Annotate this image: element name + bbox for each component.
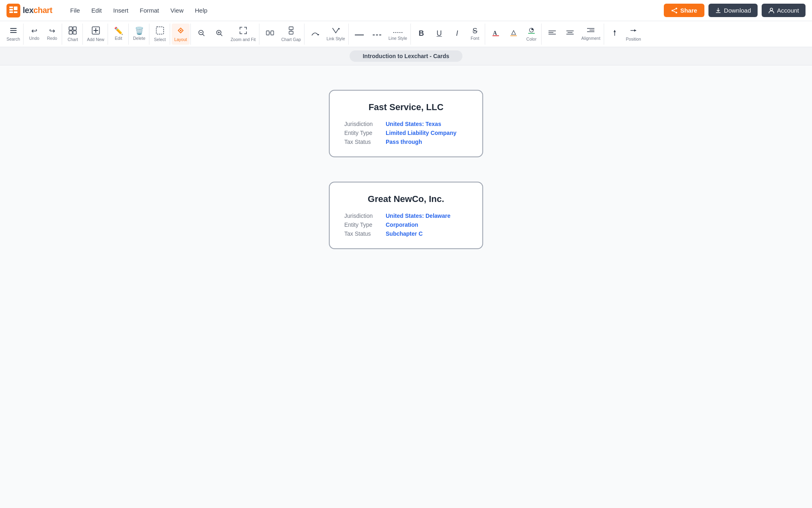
italic-button[interactable]: I <box>448 24 466 45</box>
toolbar-group-alignment: Alignment <box>542 24 604 45</box>
link-style-1-icon <box>311 30 319 37</box>
card-row-taxstatus-1: Tax Status Subchapter C <box>344 230 468 237</box>
toolbar: Search ↩ Undo ↪ Redo Chart Add New <box>0 21 812 47</box>
card-row-taxstatus-0: Tax Status Pass through <box>344 139 468 145</box>
edit-icon: ✏️ <box>114 27 123 35</box>
svg-rect-16 <box>69 31 72 34</box>
search-button[interactable]: Search <box>4 24 22 45</box>
chart-gap-button[interactable]: Chart Gap <box>279 24 303 45</box>
nav-view[interactable]: View <box>166 4 188 16</box>
svg-point-22 <box>180 30 181 31</box>
chart-button[interactable]: Chart <box>64 24 82 45</box>
svg-rect-3 <box>14 7 17 10</box>
card-title-0: Fast Service, LLC <box>344 102 468 113</box>
expand-w-button[interactable] <box>261 24 279 45</box>
nav-help[interactable]: Help <box>190 4 212 16</box>
add-new-label: Add New <box>87 37 104 42</box>
add-new-button[interactable]: Add New <box>84 24 107 45</box>
field-value-entitytype-1: Corporation <box>386 221 418 228</box>
svg-marker-56 <box>613 30 616 32</box>
zoom-fit-button[interactable]: Zoom and Fit <box>228 24 258 45</box>
toolbar-group-search: Search <box>3 24 24 45</box>
logo[interactable]: lexchart <box>6 4 52 17</box>
fill-button[interactable]: Color <box>523 24 540 45</box>
underline-icon: U <box>436 30 442 37</box>
field-label-entitytype-0: Entity Type <box>344 130 381 136</box>
underline-button[interactable]: U <box>430 24 448 45</box>
nav-insert[interactable]: Insert <box>108 4 134 16</box>
nav-edit[interactable]: Edit <box>86 4 107 16</box>
line-solid-button[interactable] <box>350 24 368 45</box>
link-style-2-button[interactable]: Link Style <box>324 24 348 45</box>
svg-point-10 <box>770 8 773 11</box>
svg-rect-33 <box>289 27 293 30</box>
card-fields-0: Jurisdiction United States: Texas Entity… <box>344 121 468 145</box>
field-value-jurisdiction-1: United States: Delaware <box>386 213 451 219</box>
card-row-entitytype-1: Entity Type Corporation <box>344 221 468 228</box>
chart-gap-label: Chart Gap <box>281 37 301 42</box>
download-button[interactable]: Download <box>708 4 758 17</box>
zoom-out-button[interactable] <box>192 24 210 45</box>
svg-rect-2 <box>9 11 13 13</box>
svg-rect-17 <box>73 31 76 34</box>
link-style-2-icon <box>332 27 340 35</box>
card-row-jurisdiction-1: Jurisdiction United States: Delaware <box>344 213 468 219</box>
select-button[interactable]: Select <box>151 24 169 45</box>
svg-rect-43 <box>510 35 517 36</box>
account-button[interactable]: Account <box>762 4 806 17</box>
bold-icon: B <box>419 30 424 37</box>
italic-icon: I <box>456 30 458 37</box>
align-center-button[interactable] <box>561 24 579 45</box>
redo-button[interactable]: ↪ Redo <box>43 24 61 45</box>
undo-icon: ↩ <box>31 27 37 35</box>
add-new-icon <box>92 26 100 36</box>
delete-button[interactable]: 🗑️ Delete <box>130 24 148 45</box>
zoom-in-button[interactable] <box>210 24 228 45</box>
align-left-button[interactable] <box>543 24 561 45</box>
field-label-taxstatus-0: Tax Status <box>344 139 381 145</box>
link-style-2-label: Link Style <box>326 36 345 41</box>
share-button[interactable]: Share <box>664 4 704 17</box>
layout-label: Layout <box>174 37 187 42</box>
field-label-jurisdiction-0: Jurisdiction <box>344 121 381 127</box>
edit-label: Edit <box>115 36 122 41</box>
chart-gap-icon <box>287 26 295 36</box>
layout-button[interactable]: Layout <box>172 24 190 45</box>
search-label: Search <box>6 37 20 41</box>
highlight-button[interactable] <box>505 24 523 45</box>
pos-up-button[interactable] <box>606 24 624 45</box>
entity-card-0[interactable]: Fast Service, LLC Jurisdiction United St… <box>329 90 483 157</box>
svg-rect-45 <box>528 33 535 34</box>
pos-right-label: Position <box>626 37 641 41</box>
undo-button[interactable]: ↩ Undo <box>25 24 43 45</box>
entity-card-1[interactable]: Great NewCo, Inc. Jurisdiction United St… <box>329 182 483 249</box>
field-value-taxstatus-0: Pass through <box>386 139 422 145</box>
pos-right-button[interactable]: Position <box>624 24 644 45</box>
toolbar-group-position: Position <box>605 24 644 45</box>
bold-button[interactable]: B <box>412 24 430 45</box>
toolbar-group-addnew: Add New <box>84 24 108 45</box>
align-right-button[interactable]: Alignment <box>579 24 603 45</box>
font-color-button[interactable]: A <box>487 24 505 45</box>
font-color-icon: A <box>492 29 499 38</box>
line-dotted-icon <box>393 27 402 35</box>
strikethrough-button[interactable]: S Font <box>466 24 484 45</box>
toolbar-group-linkstyle: Link Style <box>305 24 349 45</box>
edit-button[interactable]: ✏️ Edit <box>110 24 127 45</box>
line-dashed-icon <box>373 30 382 37</box>
strikethrough-icon: S <box>473 27 477 35</box>
chart-icon <box>69 26 77 36</box>
svg-rect-21 <box>156 27 164 34</box>
nav-format[interactable]: Format <box>135 4 164 16</box>
delete-icon: 🗑️ <box>135 27 144 35</box>
align-right-label: Alignment <box>581 36 600 41</box>
line-dashed-button[interactable] <box>368 24 386 45</box>
line-dotted-button[interactable]: Line Style <box>386 24 410 45</box>
fill-icon <box>528 27 535 35</box>
nav-file[interactable]: File <box>65 4 85 16</box>
toolbar-group-chartgap: Chart Gap <box>260 24 304 45</box>
link-style-1-button[interactable] <box>306 24 324 45</box>
svg-rect-42 <box>492 35 499 36</box>
svg-point-6 <box>676 12 677 13</box>
zoom-fit-icon <box>239 26 247 36</box>
